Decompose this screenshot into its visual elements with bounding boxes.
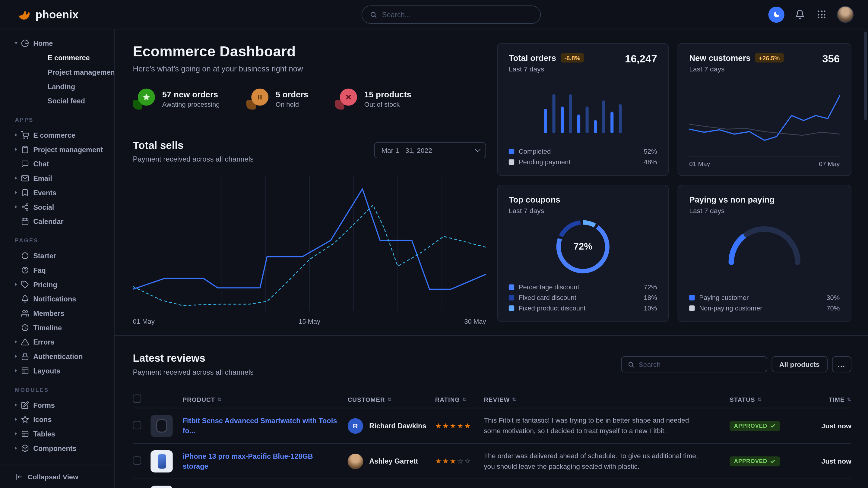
all-products-button[interactable]: All products bbox=[772, 356, 827, 372]
theme-toggle-button[interactable] bbox=[769, 6, 784, 22]
date-range-select[interactable]: Mar 1 - 31, 2022 bbox=[374, 142, 486, 158]
sidebar-item-calendar[interactable]: Calendar bbox=[8, 214, 110, 228]
caret-icon bbox=[15, 176, 17, 180]
search-input[interactable] bbox=[382, 10, 532, 19]
legend-item: Percentage discount 72% bbox=[509, 282, 657, 292]
sort-icon: ⇅ bbox=[462, 396, 467, 402]
total-sells-subtitle: Payment received across all channels bbox=[133, 155, 254, 163]
collapsed-view-toggle[interactable]: Collapsed View bbox=[0, 465, 114, 488]
stat-value: 5 orders bbox=[276, 90, 309, 99]
select-all-checkbox[interactable] bbox=[133, 394, 142, 403]
reviews-search-input[interactable] bbox=[639, 360, 760, 368]
sidebar-item-starter[interactable]: Starter bbox=[8, 248, 110, 263]
calendar-icon bbox=[21, 217, 29, 226]
review-time: Just now bbox=[796, 457, 851, 465]
stats-row: 57 new ordersAwating processing5 ordersO… bbox=[133, 89, 486, 110]
sidebar-item-forms[interactable]: Forms bbox=[8, 398, 110, 412]
legend-item: Fixed card discount 18% bbox=[509, 292, 657, 303]
date-range-value: Mar 1 - 31, 2022 bbox=[381, 146, 432, 154]
sidebar-item-notifications[interactable]: Notifications bbox=[8, 291, 110, 306]
apps-grid-button[interactable] bbox=[815, 8, 828, 21]
sidebar-item-social[interactable]: Social bbox=[8, 200, 110, 214]
user-avatar[interactable] bbox=[837, 6, 854, 23]
chat-icon bbox=[21, 159, 29, 168]
sidebar-item-label: Forms bbox=[33, 401, 55, 409]
sidebar-item-members[interactable]: Members bbox=[8, 306, 110, 320]
card-title: New customers bbox=[689, 53, 751, 62]
sidebar-item-chat[interactable]: Chat bbox=[8, 157, 110, 171]
sidebar-item-icons[interactable]: Icons bbox=[8, 412, 110, 426]
sidebar-item-e-commerce[interactable]: E commerce bbox=[8, 50, 110, 65]
column-header-review[interactable]: REVIEW⇅ bbox=[484, 396, 724, 402]
sidebar-item-email[interactable]: Email bbox=[8, 171, 110, 185]
caret-icon bbox=[15, 446, 17, 450]
card-period: Last 7 days bbox=[509, 65, 584, 73]
column-header-customer[interactable]: CUSTOMER⇅ bbox=[348, 396, 435, 402]
scrollbar[interactable] bbox=[864, 32, 867, 120]
column-header-rating[interactable]: RATING⇅ bbox=[435, 396, 484, 402]
phoenix-dashboard-app: phoenix HomeE commerceProject management… bbox=[0, 0, 868, 488]
customer-name: Richard Dawkins bbox=[369, 422, 426, 430]
sidebar-item-label: Events bbox=[33, 188, 56, 197]
caret-icon bbox=[15, 355, 17, 358]
sidebar-item-project-management[interactable]: Project management bbox=[8, 65, 110, 79]
sidebar-item-components[interactable]: Components bbox=[8, 441, 110, 455]
sidebar-item-label: Faq bbox=[33, 266, 46, 274]
legend-swatch bbox=[689, 294, 694, 300]
stat-caption: Awating processing bbox=[162, 101, 220, 108]
product-link[interactable]: Fitbit Sense Advanced Smartwatch with To… bbox=[183, 416, 348, 435]
sidebar-item-e-commerce[interactable]: E commerce bbox=[8, 128, 110, 142]
share-icon bbox=[21, 202, 29, 211]
more-actions-button[interactable]: ... bbox=[832, 356, 851, 372]
x-label: 01 May bbox=[133, 318, 155, 326]
sidebar-item-tables[interactable]: Tables bbox=[8, 426, 110, 441]
reviews-table: PRODUCT⇅ CUSTOMER⇅ RATING⇅ REVIEW⇅ STATU… bbox=[133, 391, 851, 488]
global-search[interactable] bbox=[362, 5, 541, 24]
sidebar-item-landing[interactable]: Landing bbox=[8, 79, 110, 93]
x-label: 07 May bbox=[819, 160, 840, 167]
stat-caption: On hold bbox=[276, 101, 309, 108]
sidebar-item-home[interactable]: Home bbox=[8, 36, 110, 50]
sidebar-item-authentication[interactable]: Authentication bbox=[8, 349, 110, 363]
product-link[interactable]: iPhone 13 pro max-Pacific Blue-128GB sto… bbox=[183, 452, 348, 470]
sidebar-item-timeline[interactable]: Timeline bbox=[8, 320, 110, 335]
coupons-donut-chart: 72% bbox=[555, 219, 611, 274]
sidebar-item-social-feed[interactable]: Social feed bbox=[8, 93, 110, 108]
sidebar-item-faq[interactable]: Faq bbox=[8, 263, 110, 277]
sidebar-item-events[interactable]: Events bbox=[8, 185, 110, 200]
caret-icon bbox=[15, 191, 17, 194]
caret-icon bbox=[15, 403, 17, 406]
sidebar-item-project-management[interactable]: Project management bbox=[8, 142, 110, 157]
customer-name: Ashley Garrett bbox=[369, 457, 418, 465]
legend-swatch bbox=[509, 149, 514, 154]
brand-logo[interactable]: phoenix bbox=[17, 7, 79, 22]
phoenix-logo-icon bbox=[17, 7, 30, 22]
sidebar-item-label: Email bbox=[33, 174, 52, 182]
star-icon: ★ bbox=[442, 457, 450, 465]
column-header-time[interactable]: TIME⇅ bbox=[796, 396, 851, 402]
sidebar-item-label: Home bbox=[33, 39, 53, 47]
caret-icon bbox=[15, 205, 17, 208]
sidebar-nav: HomeE commerceProject managementLandingS… bbox=[0, 29, 114, 455]
sort-icon: ⇅ bbox=[387, 396, 392, 402]
sidebar-item-pricing[interactable]: Pricing bbox=[8, 277, 110, 292]
search-icon bbox=[628, 361, 634, 368]
row-checkbox[interactable] bbox=[133, 421, 142, 429]
table-header-row: PRODUCT⇅ CUSTOMER⇅ RATING⇅ REVIEW⇅ STATU… bbox=[133, 391, 851, 409]
caret-icon bbox=[15, 133, 17, 136]
nav-section-label-apps: APPS bbox=[15, 117, 110, 125]
rating-stars: ★★★★★ bbox=[435, 422, 484, 430]
caret-icon bbox=[15, 340, 17, 344]
star-icon: ★ bbox=[435, 457, 442, 465]
column-header-status[interactable]: STATUS⇅ bbox=[724, 396, 796, 402]
row-checkbox[interactable] bbox=[133, 456, 142, 464]
sidebar-item-layouts[interactable]: Layouts bbox=[8, 363, 110, 378]
sort-icon: ⇅ bbox=[217, 396, 222, 402]
reviews-search[interactable] bbox=[621, 356, 767, 372]
sidebar-item-errors[interactable]: Errors bbox=[8, 334, 110, 349]
nav-section-label-modules: MODULES bbox=[15, 387, 110, 395]
notifications-button[interactable] bbox=[794, 8, 806, 21]
sidebar-item-label: Authentication bbox=[33, 352, 83, 360]
review-text: The order was delivered ahead of schedul… bbox=[484, 451, 724, 471]
column-header-product[interactable]: PRODUCT⇅ bbox=[151, 396, 347, 402]
